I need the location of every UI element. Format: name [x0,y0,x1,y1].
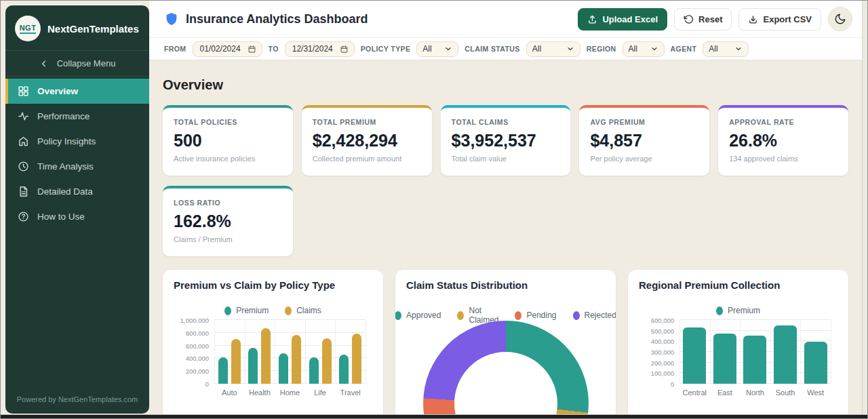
main-area: Insurance Analytics Dashboard Upload Exc… [149,1,862,415]
reset-button[interactable]: Reset [674,8,732,31]
help-icon [18,211,29,222]
bar-premium-health[interactable] [248,348,258,384]
bar-group [679,320,710,384]
shield-icon [164,12,179,26]
gridline [831,320,831,384]
from-date-input[interactable] [199,43,243,54]
bar-premium-north[interactable] [743,336,766,384]
y-axis-tick: 400,000 [174,355,209,362]
sidebar-item-overview[interactable]: Overview [5,79,149,104]
kpi-label: TOTAL PREMIUM [313,118,421,126]
bar-premium-central[interactable] [683,327,706,384]
kpi-value: 162.8% [174,212,282,231]
sidebar-item-policy-insights[interactable]: Policy Insights [5,129,149,154]
sidebar-item-performance[interactable]: Performance [5,104,149,129]
donut-hole [454,352,557,419]
export-csv-label: Export CSV [763,14,812,24]
collapse-menu-button[interactable]: Collapse Menu [5,50,149,77]
calendar-icon[interactable] [248,45,256,54]
claim-status-select[interactable]: All [526,41,580,57]
bar-claims-home[interactable] [292,335,301,384]
bar-premium-travel[interactable] [339,355,349,384]
bar-group [800,320,831,384]
to-date-field[interactable] [285,41,355,57]
y-axis-tick: 100,000 [639,370,674,377]
chart-title: Regional Premium Collection [639,279,837,291]
sidebar: NGT NextGenTemplates Collapse Menu Overv… [5,5,149,414]
bar-group [275,320,305,384]
bar-group [245,320,275,384]
kpi-subtext: Claims / Premium [174,235,282,243]
bar-claims-health[interactable] [261,328,271,384]
x-axis-labels: AutoHealthHomeLifeTravel [214,388,366,397]
chart-card-premium-vs-claim: Premium vs Claim by Policy Type PremiumC… [163,270,383,419]
policy-type-select[interactable]: All [416,41,458,57]
scrollbar[interactable] [862,1,867,414]
bar-premium-auto[interactable] [218,357,228,384]
upload-excel-button[interactable]: Upload Excel [578,8,667,31]
section-title: Overview [163,77,848,93]
bar-claims-life[interactable] [322,338,332,384]
kpi-label: LOSS RATIO [174,199,282,207]
export-csv-button[interactable]: Export CSV [738,8,821,31]
kpi-row-2: LOSS RATIO 162.8% Claims / Premium [163,186,848,256]
filter-bar: FROM TO POLICY TYPE All CLAIM STATUS All… [149,38,862,60]
chart-title: Claim Status Distribution [406,279,605,291]
donut-ring[interactable] [423,321,589,419]
x-axis-label: Travel [335,388,366,397]
y-axis-tick: 600,000 [174,342,209,350]
chart-card-claim-status: Claim Status Distribution ApprovedNot Cl… [395,270,616,419]
kpi-value: 26.8% [729,131,837,151]
x-axis-label: East [710,388,741,397]
legend-label: Approved [406,311,441,320]
legend-label: Premium [236,306,269,315]
sidebar-item-label: Performance [37,111,90,121]
y-axis-tick: 400,000 [639,338,674,345]
legend-item: Approved [395,306,441,325]
legend-dot [224,306,231,315]
agent-select[interactable]: All [703,41,749,57]
collapse-menu-label: Collapse Menu [57,58,116,68]
kpi-subtext: Active insurance policies [174,155,282,163]
x-axis-label: Central [679,388,710,397]
legend-dot [457,311,464,320]
bar-premium-south[interactable] [774,325,797,384]
powered-by-text: Powered by NextGenTemplates.com [5,387,149,414]
bar-group [305,320,336,384]
plot-area [679,320,831,384]
upload-icon [587,14,597,24]
x-axis-label: Home [275,388,305,397]
home-icon [18,136,29,147]
bar-claims-auto[interactable] [231,339,241,384]
agent-label: AGENT [671,45,697,53]
bar-premium-east[interactable] [713,334,736,384]
kpi-card-loss-ratio: LOSS RATIO 162.8% Claims / Premium [163,186,293,256]
x-axis-label: Health [245,388,275,397]
region-value: All [629,44,637,54]
region-select[interactable]: All [623,41,665,57]
bar-premium-west[interactable] [804,342,827,384]
reset-icon [684,14,694,24]
dark-mode-toggle[interactable] [828,7,852,31]
bar-plot: 0200,000400,000600,000800,0001,000,000Au… [174,320,372,403]
sidebar-item-detailed-data[interactable]: Detailed Data [5,179,149,204]
legend-label: Rejected [585,311,616,320]
brand-logo-text: NGT [20,24,37,34]
sidebar-item-time-analysis[interactable]: Time Analysis [5,154,149,179]
bar-claims-travel[interactable] [352,334,361,384]
calendar-icon[interactable] [340,45,349,54]
y-axis-tick: 300,000 [639,348,674,356]
clock-icon [18,161,29,172]
chevron-down-icon [566,45,574,53]
bar-premium-life[interactable] [309,357,319,384]
bar-premium-home[interactable] [279,353,288,384]
sidebar-item-how-to-use[interactable]: How to Use [5,204,149,229]
to-date-input[interactable] [291,43,336,54]
kpi-card-total-policies: TOTAL POLICIES 500 Active insurance poli… [163,105,293,176]
legend-dot [395,311,401,320]
y-axis-tick: 200,000 [639,359,674,367]
y-axis-tick: 600,000 [639,317,674,324]
claim-status-value: All [532,44,541,54]
kpi-label: AVG PREMIUM [590,118,698,126]
from-date-field[interactable] [193,41,262,57]
